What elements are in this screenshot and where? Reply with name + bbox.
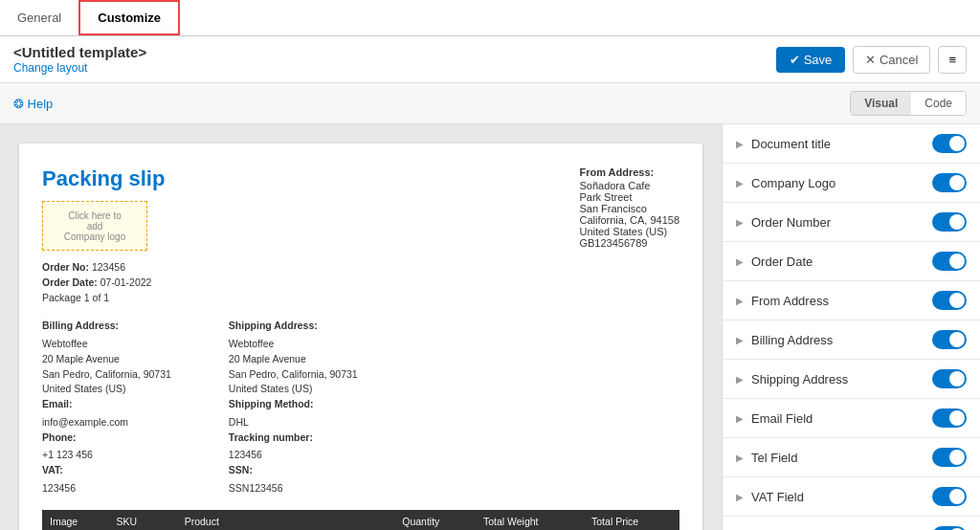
toggle-slider bbox=[932, 409, 967, 428]
order-no: Order No: 123456 bbox=[42, 260, 165, 276]
from-address-line: GB123456789 bbox=[579, 237, 679, 249]
panel-item-tel-field[interactable]: ▶Tel Field bbox=[723, 438, 980, 477]
header-bar: <Untitled template> Change layout ✔ Save… bbox=[0, 36, 980, 83]
panel-item-left-order-number: ▶Order Number bbox=[736, 215, 831, 230]
toggle-billing-address[interactable] bbox=[932, 330, 967, 349]
panel-item-order-date[interactable]: ▶Order Date bbox=[723, 242, 980, 281]
panel-item-left-tel-field: ▶Tel Field bbox=[736, 451, 797, 465]
logo-placeholder-text: Click here to add Company logo bbox=[60, 210, 129, 242]
billing-address-line: United States (US) bbox=[42, 382, 171, 397]
chevron-icon: ▶ bbox=[736, 453, 744, 463]
table-header-cell: SKU bbox=[108, 510, 176, 531]
chevron-icon: ▶ bbox=[736, 296, 744, 306]
panel-item-left-document-title: ▶Document title bbox=[736, 137, 831, 151]
header-right: ✔ Save ✕ Cancel ≡ bbox=[776, 46, 967, 74]
chevron-icon: ▶ bbox=[736, 374, 744, 385]
toggle-slider bbox=[932, 487, 967, 506]
panel-item-order-number[interactable]: ▶Order Number bbox=[723, 203, 980, 242]
toggle-slider bbox=[932, 291, 967, 310]
chevron-icon: ▶ bbox=[736, 256, 744, 267]
panel-item-shipping-address[interactable]: ▶Shipping Address bbox=[723, 360, 980, 399]
from-address-line: San Francisco bbox=[579, 203, 679, 214]
doc-left: Packing slip Click here to add Company l… bbox=[42, 166, 165, 305]
tab-customize[interactable]: Customize bbox=[78, 0, 180, 35]
panel-item-label: Tel Field bbox=[751, 451, 797, 465]
panel-items-container: ▶Document title▶Company Logo▶Order Numbe… bbox=[723, 124, 980, 530]
toggle-slider bbox=[932, 448, 967, 467]
panel-item-label: Document title bbox=[751, 137, 831, 151]
visual-view-button[interactable]: Visual bbox=[851, 92, 911, 115]
billing-address-line: 20 Maple Avenue bbox=[42, 352, 171, 367]
code-view-button[interactable]: Code bbox=[911, 92, 966, 115]
shipping-address-line: United States (US) bbox=[229, 382, 358, 397]
panel-item-left-order-date: ▶Order Date bbox=[736, 254, 813, 269]
toggle-tel-field[interactable] bbox=[932, 448, 967, 467]
toggle-company-logo[interactable] bbox=[932, 173, 967, 192]
shipping-address-line: Tracking number: 123456 bbox=[229, 431, 358, 464]
toggle-slider bbox=[932, 212, 967, 232]
panel-item-vat-field[interactable]: ▶VAT Field bbox=[723, 477, 980, 517]
panel-item-left-company-logo: ▶Company Logo bbox=[736, 176, 835, 190]
packing-slip-title: Packing slip bbox=[42, 166, 165, 191]
order-date: Order Date: 07-01-2022 bbox=[42, 276, 165, 291]
toggle-from-address[interactable] bbox=[932, 291, 967, 310]
billing-address-line: VAT:123456 bbox=[42, 463, 171, 497]
change-layout-link[interactable]: Change layout bbox=[13, 61, 87, 75]
tab-general[interactable]: General bbox=[0, 0, 78, 35]
from-address-line: United States (US) bbox=[579, 226, 679, 237]
table-header-cell: Quantity bbox=[394, 510, 476, 531]
cancel-button[interactable]: ✕ Cancel bbox=[853, 46, 930, 74]
panel-item-email-field[interactable]: ▶Email Field bbox=[723, 399, 980, 438]
line-items-table: ImageSKUProductQuantityTotal WeightTotal… bbox=[42, 510, 679, 531]
chevron-icon: ▶ bbox=[736, 413, 744, 424]
toggle-order-date[interactable] bbox=[932, 252, 967, 271]
panel-item-ssn-field[interactable]: ▶SSN Field bbox=[723, 517, 980, 530]
save-button[interactable]: ✔ Save bbox=[776, 47, 845, 73]
panel-item-left-shipping-address: ▶Shipping Address bbox=[736, 372, 848, 386]
panel-item-label: Billing Address bbox=[751, 333, 833, 347]
menu-button[interactable]: ≡ bbox=[938, 46, 967, 74]
chevron-icon: ▶ bbox=[736, 178, 744, 188]
panel-item-label: VAT Field bbox=[751, 490, 804, 504]
toggle-ssn-field[interactable] bbox=[932, 526, 967, 530]
toggle-slider bbox=[932, 330, 967, 349]
toggle-email-field[interactable] bbox=[932, 409, 967, 428]
panel-item-left-billing-address: ▶Billing Address bbox=[736, 333, 833, 347]
billing-address-line: San Pedro, California, 90731 bbox=[42, 367, 171, 383]
billing-address-line: Email:info@example.com bbox=[42, 397, 171, 431]
panel-item-label: Shipping Address bbox=[751, 372, 848, 386]
shipping-address-line: San Pedro, California, 90731 bbox=[229, 367, 358, 383]
toggle-document-title[interactable] bbox=[932, 134, 967, 153]
header-left: <Untitled template> Change layout bbox=[13, 44, 146, 75]
toggle-slider bbox=[932, 252, 967, 271]
company-logo-placeholder[interactable]: Click here to add Company logo bbox=[42, 201, 147, 251]
from-address-block: From Address: Soñadora CafePark StreetSa… bbox=[579, 166, 679, 305]
shipping-address-line: Shipping Method: DHL bbox=[229, 397, 358, 431]
table-header-cell: Product bbox=[177, 510, 395, 531]
chevron-icon: ▶ bbox=[736, 492, 744, 502]
panel-item-document-title[interactable]: ▶Document title bbox=[723, 124, 980, 164]
panel-item-from-address[interactable]: ▶From Address bbox=[723, 281, 980, 320]
panel-item-left-from-address: ▶From Address bbox=[736, 294, 829, 308]
shipping-address-line: 20 Maple Avenue bbox=[229, 352, 358, 367]
help-link[interactable]: ❂ Help bbox=[13, 97, 53, 111]
panel-item-label: Email Field bbox=[751, 411, 813, 426]
table-header-cell: Total Price bbox=[584, 510, 679, 531]
panel-item-left-vat-field: ▶VAT Field bbox=[736, 490, 804, 504]
toggle-slider bbox=[932, 134, 967, 153]
panel-item-billing-address[interactable]: ▶Billing Address bbox=[723, 320, 980, 360]
table-header-cell: Total Weight bbox=[476, 510, 584, 531]
toggle-slider bbox=[932, 526, 967, 530]
toggle-order-number[interactable] bbox=[932, 212, 967, 232]
order-info: Order No: 123456 Order Date: 07-01-2022 … bbox=[42, 260, 165, 305]
document-preview: Packing slip Click here to add Company l… bbox=[19, 144, 702, 530]
from-address-line: Park Street bbox=[579, 191, 679, 203]
panel-item-company-logo[interactable]: ▶Company Logo bbox=[723, 164, 980, 203]
billing-address-block: Billing Address: Webtoffee20 Maple Avenu… bbox=[42, 319, 171, 496]
toggle-shipping-address[interactable] bbox=[932, 369, 967, 388]
chevron-icon: ▶ bbox=[736, 139, 744, 149]
top-nav: General Customize bbox=[0, 0, 980, 36]
toggle-vat-field[interactable] bbox=[932, 487, 967, 506]
right-panel: ▶Document title▶Company Logo▶Order Numbe… bbox=[722, 124, 980, 530]
panel-item-left-email-field: ▶Email Field bbox=[736, 411, 813, 426]
